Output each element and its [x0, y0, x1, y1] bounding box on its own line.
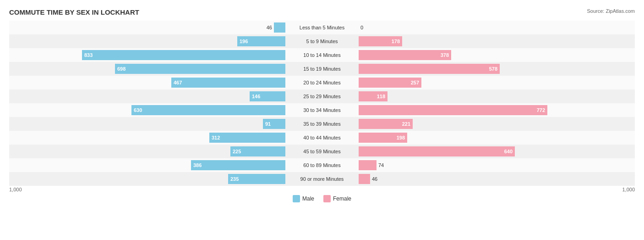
female-bar: 74: [359, 160, 377, 170]
female-value: 46: [372, 176, 377, 182]
female-bar: 640: [359, 146, 515, 156]
legend-female-box: [323, 195, 331, 202]
table-row: 196 5 to 9 Minutes 178: [9, 34, 635, 48]
male-value: 146: [252, 94, 260, 99]
female-value: 772: [537, 107, 545, 113]
female-bar: 257: [359, 78, 421, 88]
female-bar: 378: [359, 50, 451, 60]
male-bar: 46: [274, 22, 285, 33]
male-value: 46: [267, 25, 272, 30]
male-value: 386: [193, 162, 202, 168]
table-row: 467 20 to 24 Minutes 257: [9, 76, 635, 89]
right-bar-wrap: 378: [359, 48, 635, 62]
row-label: 25 to 29 Minutes: [285, 94, 359, 99]
legend: Male Female: [9, 195, 635, 202]
row-label: 30 to 34 Minutes: [285, 107, 359, 113]
female-value: 221: [402, 121, 410, 127]
female-value: 578: [489, 66, 497, 72]
male-value: 833: [84, 52, 93, 58]
left-bar-wrap: 46: [9, 21, 285, 34]
axis-left: 1,000: [9, 187, 22, 192]
left-bar-wrap: 196: [9, 34, 285, 48]
female-bar: 772: [359, 105, 547, 115]
chart-wrapper: 46 Less than 5 Minutes 0 196 5 to 9 Minu…: [9, 21, 635, 202]
male-bar: 235: [228, 174, 285, 184]
female-value: 74: [378, 162, 384, 168]
axis-labels: 1,000 1,000: [9, 187, 635, 192]
male-bar: 467: [171, 78, 285, 88]
chart-title: COMMUTE TIME BY SEX IN LOCKHART: [9, 8, 635, 16]
left-bar-wrap: 91: [9, 117, 285, 131]
left-bar-wrap: 225: [9, 145, 285, 158]
legend-female-label: Female: [333, 195, 351, 202]
left-bar-wrap: 630: [9, 103, 285, 117]
male-bar: 698: [115, 64, 285, 74]
female-value: 178: [392, 39, 400, 44]
male-value: 698: [117, 66, 126, 72]
male-value: 630: [134, 107, 142, 113]
female-bar: 578: [359, 64, 500, 74]
table-row: 91 35 to 39 Minutes 221: [9, 117, 635, 131]
female-value: 257: [411, 80, 419, 85]
male-bar: 386: [191, 160, 285, 170]
female-bar: 198: [359, 133, 407, 143]
row-label: 5 to 9 Minutes: [285, 39, 359, 44]
row-label: 15 to 19 Minutes: [285, 66, 359, 72]
male-value: 225: [233, 149, 241, 154]
male-value: 91: [265, 121, 271, 127]
row-label: 90 or more Minutes: [285, 176, 359, 182]
female-value: 0: [360, 25, 363, 30]
table-row: 46 Less than 5 Minutes 0: [9, 21, 635, 34]
female-bar: 118: [359, 91, 387, 101]
right-bar-wrap: 0: [359, 21, 635, 34]
female-value: 118: [377, 94, 385, 99]
row-label: 45 to 59 Minutes: [285, 149, 359, 154]
row-label: Less than 5 Minutes: [285, 25, 359, 30]
row-label: 20 to 24 Minutes: [285, 80, 359, 85]
male-bar: 630: [131, 105, 285, 115]
legend-male: Male: [293, 195, 314, 202]
row-label: 60 to 89 Minutes: [285, 162, 359, 168]
table-row: 312 40 to 44 Minutes 198: [9, 131, 635, 145]
right-bar-wrap: 198: [359, 131, 635, 145]
row-label: 40 to 44 Minutes: [285, 135, 359, 140]
chart-container: COMMUTE TIME BY SEX IN LOCKHART Source: …: [0, 0, 644, 240]
female-bar: 221: [359, 119, 413, 129]
male-bar: 91: [263, 119, 285, 129]
source-text: Source: ZipAtlas.com: [587, 8, 635, 14]
left-bar-wrap: 312: [9, 131, 285, 145]
right-bar-wrap: 221: [359, 117, 635, 131]
legend-female: Female: [323, 195, 351, 202]
male-value: 312: [212, 135, 220, 140]
legend-male-label: Male: [302, 195, 314, 202]
axis-right: 1,000: [622, 187, 635, 192]
right-bar-wrap: 772: [359, 103, 635, 117]
right-bar-wrap: 118: [359, 89, 635, 103]
table-row: 225 45 to 59 Minutes 640: [9, 145, 635, 158]
female-value: 640: [504, 149, 513, 154]
female-value: 378: [441, 52, 449, 58]
table-row: 698 15 to 19 Minutes 578: [9, 62, 635, 76]
male-bar: 312: [209, 133, 285, 143]
right-bar-wrap: 74: [359, 158, 635, 172]
male-bar: 225: [230, 146, 285, 156]
left-bar-wrap: 146: [9, 89, 285, 103]
legend-male-box: [293, 195, 300, 202]
male-value: 467: [174, 80, 182, 85]
right-bar-wrap: 578: [359, 62, 635, 76]
male-value: 196: [240, 39, 248, 44]
table-row: 630 30 to 34 Minutes 772: [9, 103, 635, 117]
left-bar-wrap: 467: [9, 76, 285, 89]
table-row: 235 90 or more Minutes 46: [9, 172, 635, 186]
male-bar: 146: [250, 91, 285, 101]
table-row: 386 60 to 89 Minutes 74: [9, 158, 635, 172]
rows-container: 46 Less than 5 Minutes 0 196 5 to 9 Minu…: [9, 21, 635, 186]
row-label: 35 to 39 Minutes: [285, 121, 359, 127]
male-bar: 196: [237, 36, 285, 46]
left-bar-wrap: 386: [9, 158, 285, 172]
female-bar: 178: [359, 36, 402, 46]
male-bar: 833: [82, 50, 285, 60]
right-bar-wrap: 178: [359, 34, 635, 48]
right-bar-wrap: 257: [359, 76, 635, 89]
female-bar: 46: [359, 174, 370, 184]
